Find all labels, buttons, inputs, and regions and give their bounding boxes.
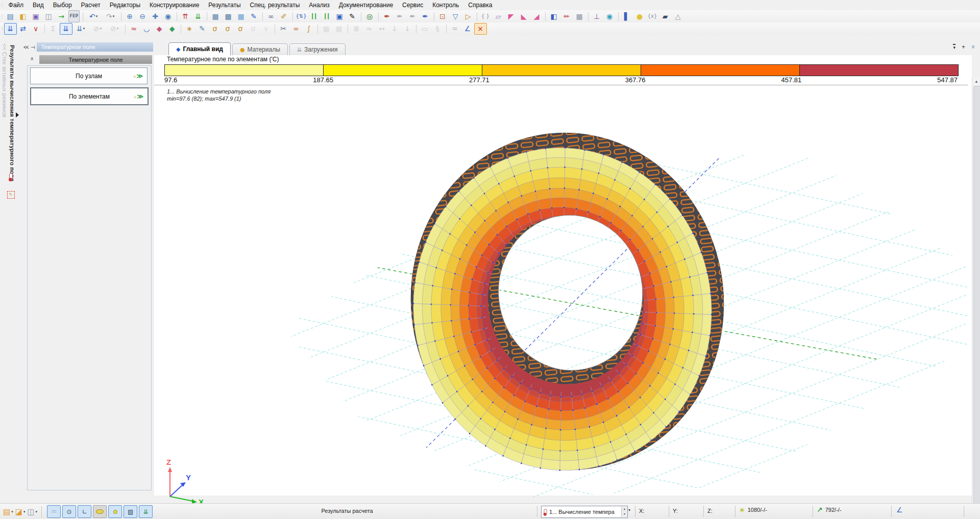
tb1-beam-blue[interactable]: ▌▾ [621, 11, 633, 22]
tb1-feather-gray-1[interactable]: ✒▾ [394, 11, 406, 22]
menu-design[interactable]: Конструирование [145, 1, 204, 10]
tb1-save[interactable]: ▣▾ [30, 11, 42, 22]
tb1-zoom-in[interactable]: ⊕▾ [124, 11, 136, 22]
toggle-snap-grid[interactable]: ∷∷ [47, 505, 61, 518]
tb2-close-result[interactable]: ×▾ [474, 23, 487, 35]
menu-editors[interactable]: Редакторы [105, 1, 145, 10]
tb2-equals[interactable]: =▾ [449, 23, 461, 35]
result-selector-combo[interactable]: 1... Вычисление темпера ▲▼ [541, 506, 628, 518]
section-collapse-chevron[interactable]: ∧ [30, 56, 34, 61]
tb1-diagram-2[interactable]: ┃┃▾ [321, 11, 333, 22]
tb1-book[interactable]: ▣▾ [333, 11, 346, 22]
tb1-feather-gray-2[interactable]: ✒▾ [406, 11, 419, 22]
tb1-view-glasses[interactable]: ∞▾ [265, 11, 278, 22]
thermometer-icon[interactable] [6, 172, 15, 182]
menu-select[interactable]: Выбор [48, 1, 77, 10]
menu-service[interactable]: Сервис [398, 1, 428, 10]
tb1-open[interactable]: ◧▾ [17, 11, 30, 22]
tb1-feather-blue[interactable]: ✒▾ [419, 11, 432, 22]
tb2-spark-nodes[interactable]: ∗▾ [183, 23, 196, 35]
menu-calc[interactable]: Расчет [77, 1, 105, 10]
tb1-orb[interactable]: ◉▾ [603, 11, 616, 22]
tb2-scissors[interactable]: ✂▾ [277, 23, 290, 35]
tb1-render-1[interactable]: ▦▾ [209, 11, 222, 22]
menu-documentation[interactable]: Документирование [334, 1, 398, 10]
tb2-check-supports[interactable]: ∨▾ [30, 23, 42, 35]
tb1-delete-part[interactable]: ◢▾ [530, 11, 543, 22]
status-layers[interactable]: ◫▾ [26, 506, 38, 518]
results-panel-tab[interactable]: Результаты вычисления температурного пол… [9, 45, 15, 181]
tb1-braces[interactable]: { }▾ [479, 11, 492, 22]
tb1-arrows-update[interactable]: ⇈▾ [179, 11, 192, 22]
tb2-deformed-shape[interactable]: ◡▾ [140, 23, 153, 35]
tb1-new-file[interactable]: ▤▾ [4, 11, 17, 22]
strip-expand-handle[interactable] [16, 112, 19, 117]
tb1-rotate-center[interactable]: ◎▾ [363, 11, 376, 22]
tb2-loads-nodes[interactable]: ⇊▾ [4, 23, 17, 35]
tb2-solid-map-1[interactable]: ◆▾ [153, 23, 166, 35]
menu-analysis[interactable]: Анализ [304, 1, 334, 10]
tb1-braces-x[interactable]: {x}▾ [646, 11, 659, 22]
vertical-scroll-thumb[interactable] [973, 86, 980, 508]
tb1-select-region[interactable]: ⊡▾ [436, 11, 449, 22]
tb1-fep[interactable]: FEP▾ [68, 11, 81, 22]
tb2-plate-pen[interactable]: ✎▾ [196, 23, 209, 35]
tb2-dumbbell[interactable]: ∞▾ [290, 23, 303, 35]
tb2-sigma-3[interactable]: σ▾ [234, 23, 247, 35]
tb1-curve-pen[interactable]: ✎▾ [346, 11, 359, 22]
tb2-check-gray[interactable]: ∨▾ [260, 23, 273, 35]
tb2-result-node-2[interactable]: ⊘▾ [106, 23, 123, 35]
tb1-undo[interactable]: ↶▾ [85, 11, 102, 22]
tb1-grid-table[interactable]: ▦▾ [235, 11, 248, 22]
pin-icon[interactable]: ⊤ [30, 45, 36, 50]
tb1-feather-red[interactable]: ✒▾ [381, 11, 394, 22]
button-by-nodes[interactable]: По узлам≫ [30, 67, 148, 84]
tb2-gray-solid-2[interactable]: ▦▾ [333, 23, 346, 35]
status-units-ruler[interactable]: ▤▾ [2, 506, 14, 518]
tab-loadings[interactable]: ⇊ Загружения [289, 43, 346, 55]
tb1-braces-params[interactable]: {⇅}▾ [295, 11, 308, 22]
toggle-mode-point[interactable] [108, 505, 122, 518]
tb2-curve-result[interactable]: ≈▾ [128, 23, 140, 35]
tb2-arrow-down-2[interactable]: ↓▾ [401, 23, 414, 35]
menu-gripper[interactable]: ⁞ [0, 3, 4, 8]
tb1-tower[interactable]: △▾ [672, 11, 684, 22]
edit-temperature-icon[interactable]: ✎ [6, 190, 15, 200]
tab-materials[interactable]: ● Материалы [232, 43, 288, 55]
section-title[interactable]: Температурное поле [39, 55, 152, 64]
toggle-snap-node[interactable]: ⊙ [62, 505, 76, 518]
menu-file[interactable]: Файл [4, 1, 29, 10]
tb1-press[interactable]: ⊥▾ [591, 11, 603, 22]
tb1-measure[interactable]: ✐▾ [278, 11, 290, 22]
tb1-save-special[interactable]: ◫▾ [42, 11, 55, 22]
toggle-work-plane[interactable]: ▨ [124, 505, 137, 518]
toolbar1-gripper[interactable]: ⁞ [0, 14, 4, 19]
tb2-sigma-1[interactable]: σ▾ [209, 23, 222, 35]
toolbar2-gripper[interactable]: ⁞ [0, 26, 4, 31]
tb1-diagram-1[interactable]: ┃┃▾ [308, 11, 321, 22]
menu-spec-results[interactable]: Спец. результаты [246, 1, 305, 10]
tb1-fill-yellow[interactable]: ●▾ [633, 11, 646, 22]
tb2-integral[interactable]: ∫▾ [303, 23, 315, 35]
collapse-view-icon[interactable]: ▾ [953, 44, 955, 50]
button-by-elements[interactable]: По элементам≫ [30, 87, 149, 105]
tb1-edit-pen[interactable]: ✎▾ [248, 11, 260, 22]
tb2-sum-loads[interactable]: Σ▾ [47, 23, 60, 35]
combo-spinner[interactable]: ▲▼ [621, 507, 627, 517]
menu-results[interactable]: Результаты [204, 1, 245, 10]
tb2-sigma-2[interactable]: σ▾ [222, 23, 234, 35]
tb1-pencils[interactable]: ✏▾ [560, 11, 573, 22]
status-view-mode[interactable]: ◪▾ [14, 506, 27, 518]
tb1-hand-mesh[interactable]: ▦▾ [573, 11, 586, 22]
menu-help[interactable]: Справка [463, 1, 497, 10]
stack-panel-tab[interactable]: << Стек активных режимов [2, 43, 8, 117]
tb2-beam-diagram[interactable]: ≣▾ [350, 23, 363, 35]
tb2-spring[interactable]: §▾ [431, 23, 444, 35]
tb1-brush[interactable]: ▰▾ [659, 11, 672, 22]
tb2-temp-field-elements[interactable]: ⇊▾ [72, 23, 89, 35]
toggle-mode-ellipse[interactable] [93, 505, 107, 518]
tb2-plate-gray[interactable]: ▭▾ [419, 23, 431, 35]
scroll-up-icon[interactable]: ▲ [972, 78, 980, 85]
tb1-filter-funnel[interactable]: ▽▾ [449, 11, 462, 22]
viewport-3d[interactable]: ZYX [154, 105, 972, 514]
